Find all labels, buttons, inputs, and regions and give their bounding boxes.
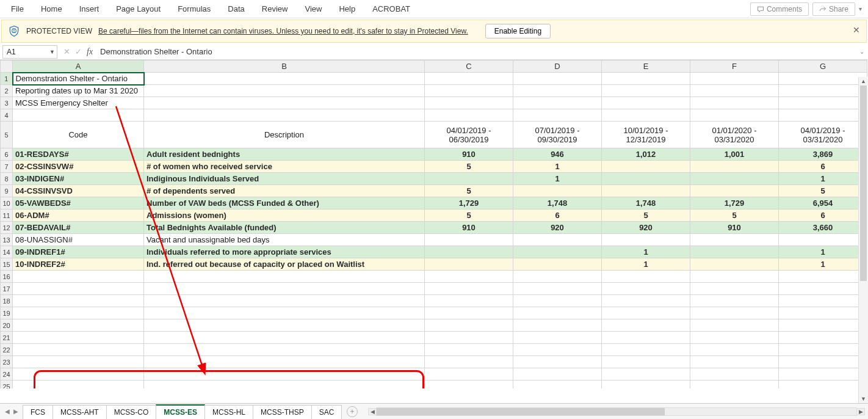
- col-header-B[interactable]: B: [144, 60, 425, 73]
- cell[interactable]: [513, 97, 602, 109]
- cell[interactable]: [425, 381, 513, 389]
- value-cell[interactable]: 3,660: [779, 222, 867, 234]
- period-header-3[interactable]: 01/01/2020 -03/31/2020: [690, 122, 779, 148]
- cell[interactable]: [779, 319, 867, 332]
- cell[interactable]: [425, 109, 513, 122]
- ribbon-tab-acrobat[interactable]: ACROBAT: [364, 1, 419, 17]
- col-header-A[interactable]: A: [13, 60, 144, 73]
- spreadsheet-grid[interactable]: ABCDEFG1Demonstration Shelter - Ontario2…: [0, 60, 868, 388]
- desc-cell[interactable]: Adult resident bednights: [144, 148, 425, 161]
- value-cell[interactable]: 5: [779, 185, 867, 197]
- cell[interactable]: [513, 283, 602, 295]
- scroll-right-icon[interactable]: ▶: [856, 408, 865, 415]
- row-header-7[interactable]: 7: [1, 161, 13, 173]
- value-cell[interactable]: [690, 258, 779, 271]
- cell[interactable]: [690, 381, 779, 389]
- close-icon[interactable]: ✕: [853, 25, 860, 35]
- cell[interactable]: [602, 283, 690, 295]
- cell[interactable]: [513, 109, 602, 122]
- row-header-22[interactable]: 22: [1, 344, 13, 356]
- cell[interactable]: [144, 85, 425, 97]
- value-cell[interactable]: 920: [513, 222, 602, 234]
- add-sheet-button[interactable]: ＋: [347, 406, 358, 417]
- value-cell[interactable]: [690, 185, 779, 197]
- cell[interactable]: [144, 73, 425, 85]
- value-cell[interactable]: 1: [513, 161, 602, 173]
- row-header-11[interactable]: 11: [1, 210, 13, 222]
- cell[interactable]: [144, 283, 425, 295]
- cell[interactable]: [690, 271, 779, 283]
- cell[interactable]: [602, 332, 690, 344]
- sheet-tab-sac[interactable]: SAC: [311, 405, 342, 419]
- value-cell[interactable]: 1: [779, 246, 867, 258]
- cell[interactable]: [513, 73, 602, 85]
- cell[interactable]: [13, 283, 144, 295]
- cell[interactable]: [425, 271, 513, 283]
- value-cell[interactable]: [425, 173, 513, 185]
- ribbon-chevron-icon[interactable]: ▾: [855, 5, 866, 12]
- cell-A3[interactable]: MCSS Emergency Shelter: [13, 97, 144, 109]
- cell[interactable]: [690, 85, 779, 97]
- cell[interactable]: [779, 307, 867, 319]
- cell[interactable]: [690, 295, 779, 307]
- code-cell[interactable]: 07-BEDAVAIL#: [13, 222, 144, 234]
- value-cell[interactable]: 920: [602, 222, 690, 234]
- cell[interactable]: [779, 332, 867, 344]
- cell[interactable]: [144, 368, 425, 381]
- col-header-C[interactable]: C: [425, 60, 513, 73]
- code-cell[interactable]: 09-INDREF1#: [13, 246, 144, 258]
- cell[interactable]: [779, 73, 867, 85]
- desc-cell[interactable]: Total Bednights Available (funded): [144, 222, 425, 234]
- formula-input[interactable]: Demonstration Shelter - Ontario: [94, 47, 856, 56]
- row-header-13[interactable]: 13: [1, 234, 13, 246]
- sheet-nav-next-icon[interactable]: ▶: [12, 407, 20, 416]
- cell[interactable]: [513, 271, 602, 283]
- cell[interactable]: [13, 307, 144, 319]
- row-header-4[interactable]: 4: [1, 109, 13, 122]
- cell[interactable]: [144, 381, 425, 389]
- value-cell[interactable]: 1,012: [602, 148, 690, 161]
- row-header-21[interactable]: 21: [1, 332, 13, 344]
- cell[interactable]: [602, 295, 690, 307]
- scroll-down-icon[interactable]: ▼: [859, 395, 868, 403]
- horizontal-scrollbar[interactable]: ◀ ▶: [376, 407, 857, 416]
- cell[interactable]: [602, 381, 690, 389]
- value-cell[interactable]: 1: [779, 173, 867, 185]
- cell[interactable]: [690, 283, 779, 295]
- cell[interactable]: [690, 319, 779, 332]
- cell[interactable]: [690, 109, 779, 122]
- value-cell[interactable]: 1,748: [602, 197, 690, 210]
- value-cell[interactable]: [690, 173, 779, 185]
- row-header-2[interactable]: 2: [1, 85, 13, 97]
- scroll-up-icon[interactable]: ▲: [859, 77, 868, 86]
- code-cell[interactable]: 03-INDIGEN#: [13, 173, 144, 185]
- code-cell[interactable]: 05-VAWBEDS#: [13, 197, 144, 210]
- value-cell[interactable]: 910: [425, 222, 513, 234]
- value-cell[interactable]: 5: [425, 161, 513, 173]
- desc-cell[interactable]: Admissions (women): [144, 210, 425, 222]
- row-header-25[interactable]: 25: [1, 381, 13, 389]
- code-cell[interactable]: 08-UNASSIGN#: [13, 234, 144, 246]
- fx-icon[interactable]: fx: [85, 47, 94, 57]
- cell[interactable]: [690, 368, 779, 381]
- sheet-nav-prev-icon[interactable]: ◀: [4, 407, 11, 416]
- period-header-2[interactable]: 10/01/2019 -12/31/2019: [602, 122, 690, 148]
- value-cell[interactable]: 6,954: [779, 197, 867, 210]
- col-header-E[interactable]: E: [602, 60, 690, 73]
- code-cell[interactable]: 06-ADM#: [13, 210, 144, 222]
- row-header-10[interactable]: 10: [1, 197, 13, 210]
- row-header-17[interactable]: 17: [1, 283, 13, 295]
- cell[interactable]: [425, 319, 513, 332]
- cell[interactable]: [425, 344, 513, 356]
- cell[interactable]: [144, 344, 425, 356]
- cell[interactable]: [690, 332, 779, 344]
- cell[interactable]: [602, 319, 690, 332]
- value-cell[interactable]: 3,869: [779, 148, 867, 161]
- cell[interactable]: [513, 307, 602, 319]
- value-cell[interactable]: 5: [425, 210, 513, 222]
- ribbon-tab-file[interactable]: File: [2, 1, 32, 17]
- sheet-tab-mcss-es[interactable]: MCSS-ES: [156, 404, 205, 419]
- cell[interactable]: [425, 73, 513, 85]
- ribbon-tab-data[interactable]: Data: [219, 1, 253, 17]
- desc-cell[interactable]: Number of VAW beds (MCSS Funded & Other): [144, 197, 425, 210]
